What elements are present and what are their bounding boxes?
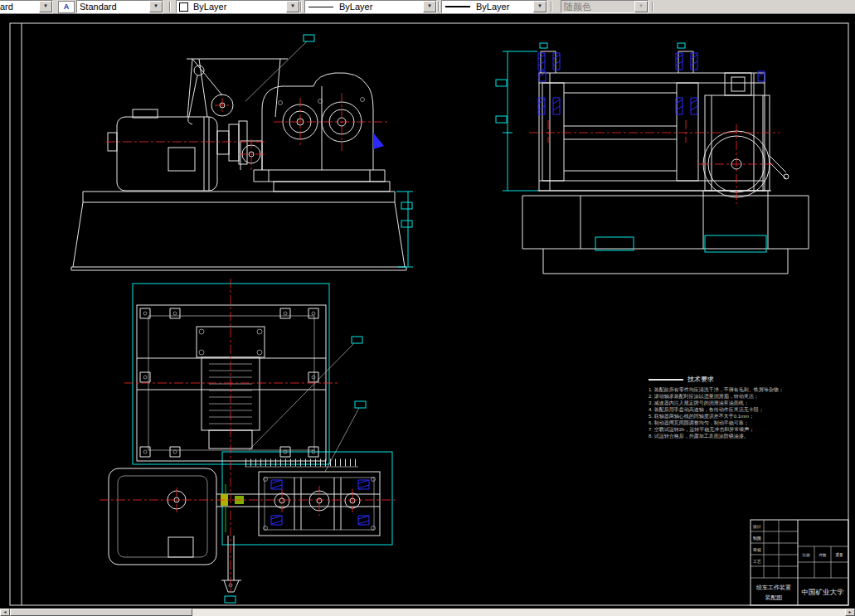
lineweight-value: ByLayer [474,2,533,12]
toolbar-separator [169,2,171,12]
scroll-thumb[interactable] [10,609,192,616]
technical-notes-title: 技术要求 [649,375,823,384]
linetype-dropdown-arrow[interactable]: ▼ [423,1,436,12]
linetype-glyph [308,7,333,7]
note-line: 1. 装配前所有零件均应清洗干净，不得有毛刺、铁屑等杂物； [649,386,823,393]
note-line: 2. 滚动轴承装配时应涂以适量润滑脂，转动灵活； [649,393,823,400]
titleblock-info-label: 重量 [836,552,844,557]
toolbar-separator [652,2,653,12]
titleblock-info-label: 件数 [819,553,828,557]
text-style-combo[interactable]: Standard ▼ [76,0,163,13]
titleblock-row-label: 审核 [753,547,761,552]
lineweight-dropdown-arrow[interactable]: ▼ [533,1,547,12]
color-value: ByLayer [191,2,286,12]
scroll-left-button[interactable]: ◄ [0,609,10,616]
scroll-track[interactable] [192,609,845,616]
titleblock-row-label: 制图 [753,536,761,541]
toolbar-separator [438,2,440,12]
linetype-combo[interactable]: ByLayer ▼ [304,0,437,13]
plot-style-value: 随颜色 [561,2,634,12]
note-line: 7. 空载试运转2h，运转平稳无冲击和异常噪声； [649,426,823,433]
text-style-icon[interactable]: A [58,1,75,13]
titleblock-university: 中国矿业大学 [802,588,845,596]
scroll-right-button[interactable]: ► [845,609,855,616]
dim-style-dropdown-arrow[interactable]: ▼ [39,1,52,12]
model-space-background [0,13,855,616]
drawing-title-line2: 装配图 [765,594,783,601]
text-style-value: Standard [77,2,149,12]
dim-style-combo[interactable]: ard ▼ [0,0,53,13]
note-line: 3. 减速器内注入规定牌号的润滑油至油面线； [649,400,823,406]
notes-title-text: 技术要求 [687,375,714,384]
technical-notes: 技术要求 1. 装配前所有零件均应清洗干净，不得有毛刺、铁屑等杂物； 2. 滚动… [649,375,823,439]
note-line: 5. 联轴器两轴心线的同轴度误差不大于0.1mm； [649,413,823,420]
color-swatch [179,2,188,12]
toolbar: ard ▼ A Standard ▼ ByLayer ▼ ByLayer ▼ B… [0,0,855,14]
lineweight-combo[interactable]: ByLayer ▼ [441,0,547,13]
drawing-canvas[interactable]: 设计 制图 审核 工艺 比例 件数 重量 绞车工作装置 装配图 中国矿业大学 [0,0,855,616]
plot-style-combo: 随颜色 ▼ [561,0,649,13]
dim-style-value: ard [0,2,39,12]
titleblock-row-label: 设计 [752,524,761,529]
note-line: 4. 装配后用手盘动高速轴，各传动件应灵活无卡阻； [649,406,823,413]
titleblock-row-label: 工艺 [753,559,761,564]
note-line: 8. 试运转合格后，外露加工表面涂防锈油漆。 [649,433,823,439]
toolbar-separator [551,2,552,12]
drawing-title-line1: 绞车工作装置 [756,584,791,590]
plot-style-dropdown-arrow: ▼ [634,1,648,12]
app-window: 设计 制图 审核 工艺 比例 件数 重量 绞车工作装置 装配图 中国矿业大学 技… [0,0,855,616]
note-line: 6. 制动器闸瓦间隙调整均匀，制动平稳可靠； [649,420,823,426]
text-style-dropdown-arrow[interactable]: ▼ [149,1,163,12]
color-combo[interactable]: ByLayer ▼ [176,0,300,13]
color-dropdown-arrow[interactable]: ▼ [286,1,299,12]
notes-underline [649,379,683,381]
linetype-value: ByLayer [337,2,423,12]
toolbar-separator [300,2,302,12]
horizontal-scrollbar[interactable]: ◄ ► [0,609,855,616]
lineweight-glyph [445,6,470,7]
